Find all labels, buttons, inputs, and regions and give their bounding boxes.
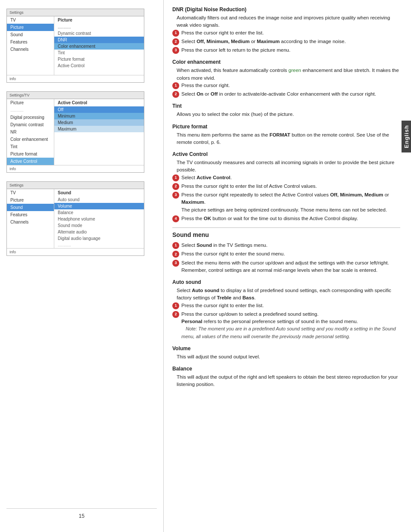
- dnr-step2-text: Select Off, Minimum, Medium or Maximum a…: [181, 38, 400, 45]
- color-step1-circle: 1: [172, 82, 179, 89]
- menu1-left-empty1: [7, 53, 54, 60]
- menu2-left-dots: ...........: [7, 106, 54, 114]
- page-number: 15: [6, 508, 157, 523]
- volume-body: This will adjust the sound output level.: [177, 353, 400, 361]
- menu-screenshot-1: Settings TV Picture Sound Features Chann…: [6, 9, 144, 83]
- active-step3-circle: 3: [172, 192, 179, 199]
- balance-section: Balance This will adjust the output of t…: [172, 366, 400, 389]
- menu1-right-activecontrol: Active Control: [54, 62, 144, 69]
- auto-sound-body: Select Auto sound to display a list of p…: [177, 287, 400, 302]
- menu3-left-channels: Channels: [7, 218, 54, 226]
- menu1-right-dnr: DNR: [54, 37, 144, 43]
- dnr-step2: 2 Select Off, Minimum, Medium or Maximum…: [172, 38, 400, 45]
- sound-step3-circle: 3: [172, 260, 179, 267]
- menu3-right-digitalaudio: Digital audio language: [54, 235, 144, 242]
- menu2-left-nr: NR: [7, 128, 54, 136]
- active-step4-text: Press the OK button or wait for the time…: [181, 215, 400, 222]
- menu2-right-maximum: Maximum: [54, 126, 144, 132]
- menu3-left-features: Features: [7, 211, 54, 218]
- color-step2-circle: 2: [172, 91, 179, 98]
- volume-section: Volume This will adjust the sound output…: [172, 345, 400, 361]
- menu1-right-tint: Tint: [54, 50, 144, 56]
- active-step3: 3 Press the cursor right repeatedly to s…: [172, 191, 400, 214]
- active-control-body: The TV continuously measures and correct…: [177, 159, 400, 174]
- menu2-right-title: Active Control: [54, 99, 144, 106]
- divider: [172, 227, 400, 228]
- sound-menu-title: Sound menu: [172, 231, 400, 238]
- menu1-left-empty2: [7, 60, 54, 68]
- auto-sound-title: Auto sound: [172, 279, 400, 285]
- side-tab: English: [402, 121, 411, 152]
- tint-section: Tint Allows you to select the color mix …: [172, 103, 400, 118]
- dnr-body: Automatically filters out and reduces th…: [177, 14, 400, 29]
- dnr-title: DNR (Digital Noise Reduction): [172, 6, 400, 12]
- auto-sound-section: Auto sound Select Auto sound to display …: [172, 279, 400, 340]
- tint-body: Allows you to select the color mix (hue)…: [177, 111, 400, 118]
- sound-step1: 1 Select Sound in the TV Settings menu.: [172, 242, 400, 249]
- menu1-footer: Info: [7, 75, 144, 82]
- menu2-left-picture: Picture: [7, 99, 54, 106]
- dnr-step1: 1 Press the cursor right to enter the li…: [172, 29, 400, 37]
- color-step2: 2 Select On or Off in order to activate/…: [172, 90, 400, 98]
- active-step2-circle: 2: [172, 183, 179, 190]
- menu3-left-empty3: [7, 240, 54, 248]
- picture-format-title: Picture format: [172, 124, 400, 130]
- menu3-right-title: Sound: [54, 189, 144, 196]
- sound-step3: 3 Select the menu items with the cursor …: [172, 259, 400, 274]
- autosound-step1-circle: 1: [172, 302, 179, 309]
- menu1-left-picture: Picture: [7, 24, 54, 31]
- sound-step2: 2 Press the cursor right to enter the so…: [172, 250, 400, 258]
- volume-title: Volume: [172, 345, 400, 352]
- menu1-header: Settings: [7, 9, 144, 16]
- active-step2: 2 Press the cursor right to enter the li…: [172, 183, 400, 190]
- menu1-left-features: Features: [7, 38, 54, 46]
- active-step4-circle: 4: [172, 215, 179, 222]
- menu3-right-soundmode: Sound mode: [54, 222, 144, 229]
- menu1-left-sound: Sound: [7, 31, 54, 38]
- picture-format-body: This menu item performs the same as the …: [177, 131, 400, 146]
- sound-step1-circle: 1: [172, 242, 179, 249]
- dnr-step3-circle: 3: [172, 47, 179, 54]
- sound-step1-text: Select Sound in the TV Settings menu.: [181, 242, 400, 249]
- sound-step2-text: Press the cursor right to enter the soun…: [181, 250, 400, 258]
- menu1-right-dyncontrast: Dynamic contrast: [54, 30, 144, 37]
- active-step1-text: Select Active Control.: [181, 174, 400, 181]
- sound-step3-text: Select the menu items with the cursor up…: [181, 259, 400, 274]
- autosound-step2: 2 Press the cursor up/down to select a p…: [172, 311, 400, 340]
- menu3-left-sound: Sound: [7, 204, 54, 211]
- autosound-note: Note: The moment you are in a predefined…: [181, 326, 396, 339]
- tint-title: Tint: [172, 103, 400, 109]
- dnr-step1-circle: 1: [172, 30, 179, 37]
- balance-title: Balance: [172, 366, 400, 372]
- menu2-left-dyncontrast: Dynamic contrast: [7, 121, 54, 128]
- active-step1-circle: 1: [172, 174, 179, 181]
- menu2-left-picformat: Picture format: [7, 150, 54, 158]
- color-enhancement-title: Color enhancement: [172, 59, 400, 65]
- active-step3-text: Press the cursor right repeatedly to sel…: [181, 191, 400, 214]
- menu3-left-tv: TV: [7, 189, 54, 196]
- menu3-header: Settings: [7, 182, 144, 189]
- color-step2-text: Select On or Off in order to activate/de…: [181, 90, 400, 98]
- autosound-step2-text: Press the cursor up/down to select a pre…: [181, 311, 400, 340]
- autosound-step2-circle: 2: [172, 311, 179, 318]
- left-panel: Settings TV Picture Sound Features Chann…: [0, 0, 164, 532]
- menu2-footer: Info: [7, 165, 144, 172]
- active-step2-text: Press the cursor right to enter the list…: [181, 183, 400, 190]
- menu3-right-dots: ...........: [54, 242, 144, 248]
- color-step1-text: Press the cursor right.: [181, 82, 400, 89]
- color-step1: 1 Press the cursor right.: [172, 82, 400, 89]
- menu2-right-minimum: Minimum: [54, 113, 144, 119]
- menu2-right-off: Off: [54, 106, 144, 113]
- menu3-left-empty1: [7, 226, 54, 233]
- dnr-title-text: DNR (Digital Noise Reduction): [172, 6, 246, 12]
- dnr-step3-text: Press the cursor left to return to the p…: [181, 47, 400, 54]
- active-step4: 4 Press the OK button or wait for the ti…: [172, 215, 400, 222]
- dnr-section: DNR (Digital Noise Reduction) Automatica…: [172, 6, 400, 54]
- color-enhancement-section: Color enhancement When activated, this f…: [172, 59, 400, 98]
- sound-menu-section: Sound menu 1 Select Sound in the TV Sett…: [172, 231, 400, 274]
- menu3-footer: Info: [7, 248, 144, 255]
- menu3-right-autosound: Auto sound: [54, 196, 144, 203]
- menu2-left-digproc: Digital processing: [7, 114, 54, 121]
- menu1-right-picformat: Picture format: [54, 56, 144, 62]
- active-step1: 1 Select Active Control.: [172, 174, 400, 181]
